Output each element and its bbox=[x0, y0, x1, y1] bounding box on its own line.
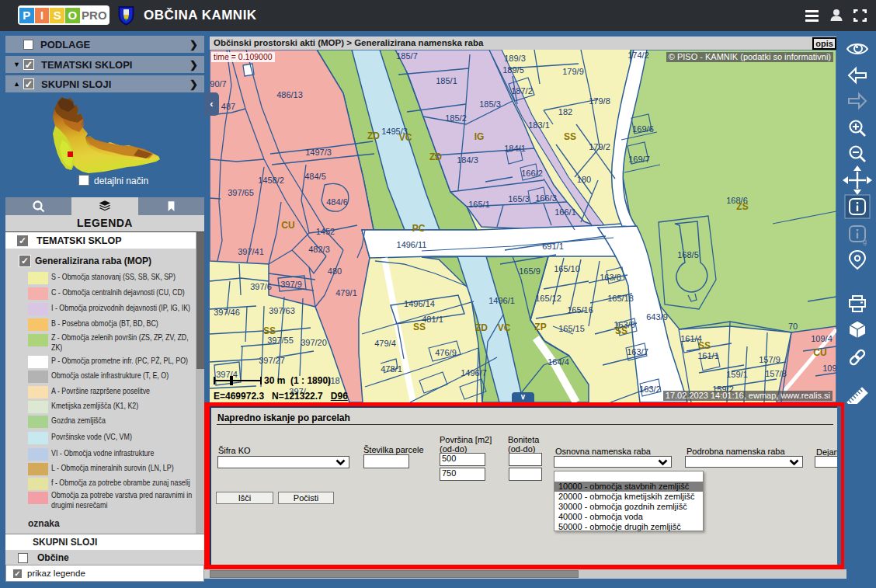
svg-text:179/9: 179/9 bbox=[562, 67, 584, 76]
svg-text:166/3: 166/3 bbox=[535, 193, 557, 203]
svg-text:165/1: 165/1 bbox=[468, 200, 490, 209]
svg-text:CU: CU bbox=[281, 220, 294, 231]
svg-text:157/9: 157/9 bbox=[759, 355, 780, 364]
svg-text:187/2: 187/2 bbox=[511, 86, 533, 96]
svg-text:165/16: 165/16 bbox=[567, 305, 593, 315]
svg-text:189/3: 189/3 bbox=[504, 54, 526, 63]
svg-text:SS: SS bbox=[698, 340, 711, 351]
svg-text:SS: SS bbox=[564, 131, 576, 142]
svg-text:180: 180 bbox=[577, 175, 591, 184]
svg-text:476/9: 476/9 bbox=[435, 348, 457, 357]
svg-text:109/4: 109/4 bbox=[811, 334, 833, 343]
svg-text:165/10: 165/10 bbox=[554, 264, 580, 273]
svg-text:164/4: 164/4 bbox=[548, 357, 569, 367]
svg-text:397/65: 397/65 bbox=[228, 188, 254, 197]
svg-text:185/7: 185/7 bbox=[396, 51, 418, 61]
svg-text:ZD: ZD bbox=[429, 151, 442, 162]
svg-text:1496/11: 1496/11 bbox=[397, 240, 427, 249]
svg-text:ZD: ZD bbox=[367, 130, 380, 141]
svg-text:184/3: 184/3 bbox=[457, 155, 478, 165]
svg-text:174/2: 174/2 bbox=[627, 50, 649, 60]
svg-text:ZP: ZP bbox=[534, 322, 546, 332]
svg-text:166/1: 166/1 bbox=[554, 207, 576, 217]
svg-text:169/6: 169/6 bbox=[632, 124, 654, 134]
svg-text:487: 487 bbox=[221, 102, 235, 111]
svg-text:397/63: 397/63 bbox=[269, 306, 295, 315]
svg-text:109/1: 109/1 bbox=[822, 364, 836, 373]
svg-text:165/15: 165/15 bbox=[558, 324, 585, 333]
svg-text:90/7: 90/7 bbox=[210, 79, 226, 89]
svg-text:168/5: 168/5 bbox=[677, 250, 699, 259]
svg-text:486/13: 486/13 bbox=[276, 90, 303, 99]
svg-text:165/3: 165/3 bbox=[508, 194, 530, 204]
svg-text:SS: SS bbox=[413, 322, 426, 332]
svg-text:397/55: 397/55 bbox=[267, 336, 294, 345]
svg-text:163/7: 163/7 bbox=[627, 347, 648, 357]
svg-text:484/6: 484/6 bbox=[326, 197, 348, 207]
svg-text:643/9: 643/9 bbox=[646, 312, 668, 322]
svg-text:183/1: 183/1 bbox=[528, 120, 550, 130]
svg-text:397/6: 397/6 bbox=[250, 282, 272, 291]
svg-text:SS: SS bbox=[263, 325, 276, 336]
svg-text:1497/3: 1497/3 bbox=[305, 148, 332, 157]
svg-text:165/18: 165/18 bbox=[607, 294, 634, 303]
svg-text:163/2: 163/2 bbox=[639, 384, 661, 394]
svg-text:184/1: 184/1 bbox=[504, 144, 526, 153]
svg-text:g: g bbox=[863, 238, 867, 245]
svg-text:185/1: 185/1 bbox=[436, 76, 457, 85]
svg-text:70: 70 bbox=[788, 322, 798, 331]
svg-text:479/1: 479/1 bbox=[335, 288, 357, 297]
svg-text:397/27: 397/27 bbox=[259, 356, 285, 365]
svg-text:VC: VC bbox=[498, 322, 511, 333]
svg-text:159/1: 159/1 bbox=[726, 370, 748, 379]
svg-text:185/3: 185/3 bbox=[479, 99, 501, 109]
svg-text:161/1: 161/1 bbox=[697, 351, 719, 360]
svg-text:484/5: 484/5 bbox=[304, 172, 326, 181]
svg-text:CU: CU bbox=[813, 347, 826, 358]
svg-text:ZD: ZD bbox=[475, 322, 488, 333]
svg-text:PC: PC bbox=[412, 223, 426, 234]
svg-text:SS: SS bbox=[615, 325, 627, 336]
svg-text:397/46: 397/46 bbox=[214, 308, 240, 317]
svg-text:165/12: 165/12 bbox=[535, 294, 561, 303]
svg-text:166/2: 166/2 bbox=[521, 169, 543, 178]
svg-text:1496/7: 1496/7 bbox=[461, 368, 487, 378]
svg-text:179/2: 179/2 bbox=[589, 142, 610, 151]
svg-text:163/8: 163/8 bbox=[600, 273, 621, 282]
svg-text:165/9: 165/9 bbox=[519, 266, 541, 276]
svg-text:157/8: 157/8 bbox=[765, 369, 787, 378]
svg-text:1458/2: 1458/2 bbox=[258, 176, 284, 185]
svg-text:478/1: 478/1 bbox=[381, 364, 402, 374]
svg-text:397/41: 397/41 bbox=[238, 247, 264, 256]
svg-text:179/8: 179/8 bbox=[589, 96, 610, 106]
svg-text:185/2: 185/2 bbox=[445, 113, 467, 123]
svg-text:182: 182 bbox=[558, 107, 572, 117]
svg-text:1496/1: 1496/1 bbox=[488, 296, 515, 305]
svg-text:480: 480 bbox=[328, 266, 342, 276]
svg-text:IG: IG bbox=[474, 131, 485, 142]
svg-text:VC: VC bbox=[399, 132, 412, 143]
svg-text:482/3: 482/3 bbox=[308, 245, 330, 254]
svg-text:189/5: 189/5 bbox=[502, 65, 524, 75]
svg-text:1452: 1452 bbox=[316, 227, 335, 236]
svg-text:397/9: 397/9 bbox=[280, 280, 302, 289]
svg-text:169/7: 169/7 bbox=[628, 155, 650, 164]
svg-text:ZS: ZS bbox=[736, 201, 748, 212]
svg-text:479/4: 479/4 bbox=[374, 339, 396, 348]
svg-text:1496/14: 1496/14 bbox=[404, 299, 435, 308]
svg-text:397/20: 397/20 bbox=[301, 338, 327, 347]
